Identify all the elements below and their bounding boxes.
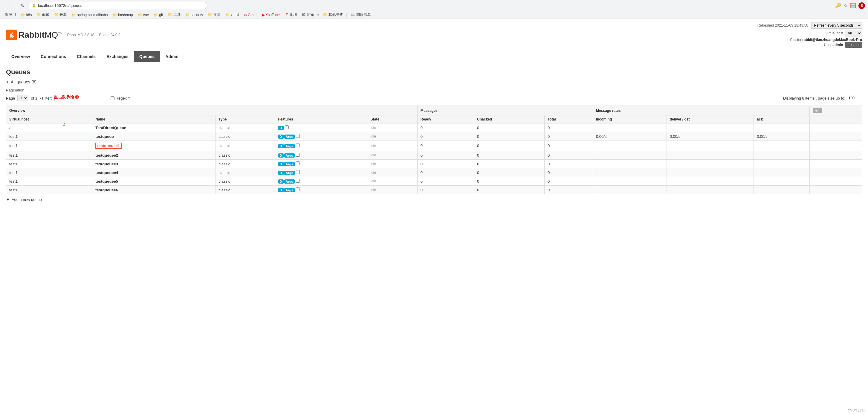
- cell-ready: 0: [417, 160, 474, 168]
- nav-admin[interactable]: Admin: [160, 51, 184, 62]
- nav-queues[interactable]: Queues: [134, 51, 160, 62]
- key-icon[interactable]: 🔑: [835, 3, 841, 8]
- bookmark-opensource[interactable]: 📁 开源: [52, 12, 68, 18]
- bookmark-k8s[interactable]: 📁 k8s: [19, 12, 33, 18]
- overview-group-header: Overview: [6, 106, 417, 115]
- feature-badge-d: D: [278, 179, 284, 184]
- star-icon[interactable]: ☆: [843, 3, 848, 8]
- cell-type: classic: [216, 160, 275, 168]
- feature-checkbox[interactable]: [296, 144, 300, 147]
- bookmark-youtube[interactable]: ▶ YouTube: [260, 12, 282, 18]
- bookmark-translate[interactable]: 译 翻译: [300, 12, 315, 18]
- col-incoming: incoming: [593, 115, 666, 123]
- of-label: of 1: [31, 96, 37, 100]
- queue-name-link[interactable]: testqueuee1: [95, 143, 122, 149]
- add-queue-section[interactable]: ▼ Add a new queue: [6, 197, 862, 202]
- feature-checkbox[interactable]: [296, 161, 300, 165]
- bookmark-reading[interactable]: 📖 阅读清单: [349, 12, 372, 18]
- bookmark-study[interactable]: 📁 xuexi: [224, 12, 241, 18]
- bookmark-gmail[interactable]: ✉ Gmail: [242, 12, 259, 18]
- feature-checkbox[interactable]: [296, 134, 300, 138]
- queue-name-link[interactable]: testqueuee3: [95, 162, 118, 166]
- cell-type: classic: [216, 123, 275, 132]
- bookmark-apps[interactable]: ⊞ 应用: [3, 12, 18, 18]
- bookmark-git[interactable]: 📁 git: [152, 12, 165, 18]
- cell-total: 0: [544, 141, 593, 151]
- feature-checkbox[interactable]: [296, 153, 300, 157]
- extension-icon[interactable]: 🪟: [850, 3, 856, 8]
- cell-ack: [754, 160, 810, 168]
- refresh-button[interactable]: ↻: [20, 3, 26, 9]
- bookmark-other[interactable]: 📁 其他书签: [321, 12, 344, 18]
- regex-checkbox-label: Regex ?: [111, 96, 130, 100]
- refresh-interval-select[interactable]: Refresh every 5 seconds Refresh every 10…: [811, 22, 862, 29]
- table-row: test1testqueuee3classicDArgsidle000: [6, 160, 862, 168]
- feature-badge-d: D: [278, 126, 284, 130]
- bookmark-security[interactable]: 📁 security: [184, 12, 205, 18]
- bookmark-interview[interactable]: 📁 面试: [35, 12, 51, 18]
- queue-name-link[interactable]: testqueuee4: [95, 171, 118, 175]
- browser-actions: 🔑 ☆ 🪟 S: [835, 2, 865, 9]
- logo-icon: 🐇: [6, 30, 17, 40]
- cell-name: testqueuee4: [92, 168, 216, 177]
- address-bar[interactable]: 🔒 localhost:15672/#/queues: [28, 2, 208, 9]
- cell-ack: 0.00/s: [754, 132, 810, 141]
- cell-total: 0: [544, 151, 593, 160]
- bookmark-tools[interactable]: 📁 工具: [166, 12, 182, 18]
- queue-name-link[interactable]: testqueuee6: [95, 188, 118, 192]
- cell-state: idle: [367, 151, 417, 160]
- cell-type: classic: [216, 132, 275, 141]
- cell-deliver-get: [666, 123, 753, 132]
- bookmark-hashmap[interactable]: 📁 hashmap: [111, 12, 135, 18]
- user-avatar[interactable]: S: [859, 2, 865, 9]
- cell-ack: [754, 168, 810, 177]
- cell-incoming: [593, 141, 666, 151]
- nav-exchanges[interactable]: Exchanges: [101, 51, 134, 62]
- cell-vhost: test1: [6, 141, 92, 151]
- cell-extra: [810, 151, 862, 160]
- filter-label: - Filter:: [40, 96, 52, 100]
- bookmark-vue[interactable]: 📁 vue: [136, 12, 151, 18]
- feature-checkbox[interactable]: [296, 187, 300, 191]
- logout-button[interactable]: Log out: [845, 42, 862, 48]
- vhost-line: Virtual host All / test1: [757, 30, 862, 36]
- table-row: test1testqueueclassicDArgsidle0000.00/s0…: [6, 132, 862, 141]
- cell-ack: [754, 186, 810, 194]
- feature-checkbox[interactable]: [285, 125, 289, 129]
- cell-state: idle: [367, 141, 417, 151]
- queue-name-link[interactable]: testqueuee5: [95, 179, 118, 184]
- regex-checkbox[interactable]: [111, 96, 115, 100]
- logo-area: 🐇 RabbitMQTM RabbitMQ 3.8.18 Erlang 24.0…: [6, 30, 120, 40]
- table-row: /TestDirectQueueclassicDidle000: [6, 123, 862, 132]
- browser-toolbar: ← → ↻ 🔒 localhost:15672/#/queues 🔑 ☆ 🪟 S: [0, 0, 868, 11]
- plus-minus-button[interactable]: +/-: [813, 108, 822, 113]
- cell-deliver-get: [666, 160, 753, 168]
- bookmark-springcloud[interactable]: 📁 springcloud alibaba: [70, 12, 110, 18]
- user-name: admin: [832, 43, 843, 47]
- feature-checkbox[interactable]: [296, 179, 300, 183]
- col-total: Total: [544, 115, 593, 123]
- queue-name-link[interactable]: TestDirectQueue: [95, 125, 126, 130]
- bookmark-articles[interactable]: 📁 文章: [206, 12, 222, 18]
- bookmark-maps[interactable]: 📍 地图: [283, 12, 299, 18]
- filter-input[interactable]: [54, 95, 108, 101]
- all-queues-section-header[interactable]: ▼ All queues (8): [6, 80, 862, 84]
- main-nav: Overview Connections Channels Exchanges …: [0, 51, 868, 62]
- vhost-select[interactable]: All / test1: [845, 30, 862, 36]
- nav-connections[interactable]: Connections: [35, 51, 71, 62]
- nav-channels[interactable]: Channels: [71, 51, 101, 62]
- cell-total: 0: [544, 132, 593, 141]
- back-button[interactable]: ←: [3, 3, 9, 9]
- feature-badge-d: D: [278, 135, 284, 139]
- page-size-input[interactable]: [847, 95, 862, 101]
- col-deliver-get: deliver / get: [666, 115, 753, 123]
- queue-name-link[interactable]: testqueue: [95, 134, 114, 139]
- page-select[interactable]: 1: [17, 95, 28, 101]
- queue-name-link[interactable]: testqueuee2: [95, 153, 118, 157]
- feature-badge-args: Args: [284, 135, 295, 139]
- nav-overview[interactable]: Overview: [6, 51, 35, 62]
- feature-checkbox[interactable]: [296, 170, 300, 174]
- messages-group-header: Messages: [417, 106, 593, 115]
- cell-incoming: [593, 186, 666, 194]
- forward-button[interactable]: →: [11, 3, 17, 9]
